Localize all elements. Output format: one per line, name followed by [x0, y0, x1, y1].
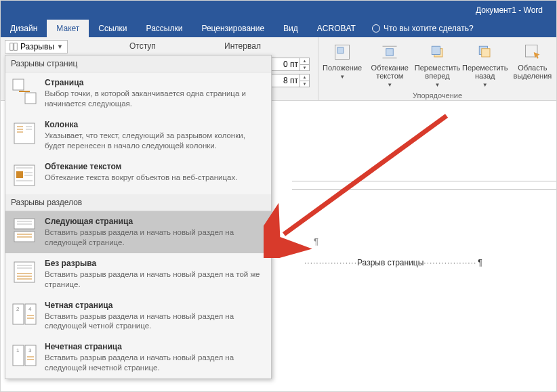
tab-acrobat[interactable]: ACROBAT: [308, 20, 365, 37]
spinner-arrows[interactable]: ▲▼: [300, 74, 309, 87]
continuous-section-icon: [11, 259, 38, 286]
svg-rect-1: [14, 43, 18, 51]
breaks-icon: [9, 43, 18, 51]
selection-pane-button[interactable]: Область выделения: [509, 41, 556, 81]
tell-me-search[interactable]: Что вы хотите сделать?: [365, 20, 480, 37]
ribbon-tabs: Дизайн Макет Ссылки Рассылки Рецензирова…: [1, 20, 556, 37]
odd-page-section-icon: 13: [11, 342, 38, 369]
tab-mailings[interactable]: Рассылки: [137, 20, 192, 37]
svg-rect-8: [432, 46, 440, 54]
breaks-button[interactable]: Разрывы ▼: [5, 40, 68, 53]
bring-forward-button[interactable]: Переместить вперед ▼: [413, 41, 461, 89]
svg-rect-0: [10, 43, 14, 51]
svg-text:1: 1: [16, 347, 20, 353]
chevron-down-icon: ▼: [482, 82, 488, 88]
break-odd-page-item[interactable]: 13 Нечетная страница Вставить разрыв раз…: [5, 336, 271, 378]
tab-review[interactable]: Рецензирование: [192, 20, 274, 37]
paragraph-mark: ¶: [314, 236, 318, 246]
dots-left: ··················: [304, 258, 357, 267]
wrap-text-button[interactable]: Обтекание текстом ▼: [366, 41, 413, 89]
item-desc: Выбор точки, в которой заканчивается одн…: [45, 89, 266, 109]
indent-group-label: Отступ: [129, 41, 156, 51]
item-title: Страница: [45, 78, 266, 87]
chevron-down-icon: ▼: [387, 82, 392, 88]
break-continuous-item[interactable]: Без разрыва Вставить разрыв раздела и на…: [5, 253, 271, 295]
spacing-after-spinner[interactable]: 8 пт ▲▼: [270, 74, 310, 87]
tab-view[interactable]: Вид: [274, 20, 308, 37]
item-title: Следующая страница: [45, 217, 266, 226]
chevron-down-icon: ▼: [339, 74, 345, 80]
chevron-down-icon: ▼: [435, 82, 440, 88]
arrange-group-label: Упорядочение: [318, 91, 556, 100]
page: [292, 189, 556, 391]
paragraph-mark: ¶: [478, 258, 482, 267]
breaks-button-label: Разрывы: [20, 42, 54, 51]
item-desc: Вставить разрыв раздела и начать новый р…: [45, 311, 266, 332]
dots-right: ··················: [424, 258, 476, 267]
bring-forward-label: Переместить вперед: [413, 64, 461, 80]
breaks-dropdown: Разрывы страниц Страница Выбор точки, в …: [5, 55, 272, 379]
selection-pane-icon: [523, 43, 542, 62]
item-desc: Вставить разрыв раздела и начать новый р…: [45, 227, 266, 248]
document-area[interactable]: ¶ ·················· Разрыв страницы ···…: [272, 101, 556, 391]
spacing-before-spinner[interactable]: 0 пт ▲▼: [270, 58, 310, 71]
position-icon: [333, 43, 352, 62]
tell-me-placeholder: Что вы хотите сделать?: [384, 24, 474, 33]
position-button[interactable]: Положение ▼: [318, 41, 366, 81]
svg-rect-3: [337, 47, 344, 53]
position-label: Положение: [323, 64, 362, 72]
page-break-icon: [11, 78, 38, 105]
window-title: Документ1 - Word: [476, 5, 543, 15]
spacing-before-value: 0 пт: [271, 60, 300, 69]
break-even-page-item[interactable]: 24 Четная страница Вставить разрыв разде…: [5, 295, 271, 337]
item-desc: Обтекание текста вокруг объектов на веб-…: [45, 173, 266, 183]
svg-rect-4: [386, 49, 394, 56]
item-desc: Вставить разрыв раздела и начать новый р…: [45, 353, 266, 373]
wrap-text-label: Обтекание текстом: [366, 64, 413, 80]
page-breaks-header: Разрывы страниц: [5, 56, 271, 72]
next-page-section-icon: [11, 217, 38, 244]
tab-layout[interactable]: Макет: [47, 20, 89, 37]
chevron-down-icon: ▼: [57, 43, 63, 50]
svg-rect-21: [16, 171, 23, 178]
item-desc: Вставить разрыв раздела и начать новый р…: [45, 269, 266, 290]
page-break-indicator: ·················· Разрыв страницы ·····…: [304, 258, 482, 267]
break-column-item[interactable]: Колонка Указывает, что текст, следующий …: [5, 114, 271, 156]
send-backward-icon: [476, 43, 495, 62]
send-backward-button[interactable]: Переместить назад ▼: [461, 41, 509, 89]
spacing-after-value: 8 пт: [271, 76, 300, 85]
svg-text:3: 3: [28, 347, 32, 353]
lightbulb-icon: [372, 24, 380, 32]
bring-forward-icon: [428, 43, 447, 62]
svg-rect-10: [481, 49, 489, 57]
column-break-icon: [11, 120, 38, 147]
interval-group-label: Интервал: [224, 41, 261, 51]
item-title: Без разрыва: [45, 259, 266, 268]
svg-rect-12: [13, 79, 24, 90]
break-textwrap-item[interactable]: Обтекание текстом Обтекание текста вокру…: [5, 156, 271, 194]
textwrap-break-icon: [11, 162, 38, 189]
item-title: Колонка: [45, 120, 266, 129]
item-desc: Указывает, что текст, следующий за разры…: [45, 131, 266, 151]
titlebar: Документ1 - Word: [1, 1, 556, 20]
selection-pane-label: Область выделения: [509, 64, 556, 80]
arrange-group: Положение ▼ Обтекание текстом ▼ Перемест…: [318, 37, 556, 101]
tab-references[interactable]: Ссылки: [89, 20, 136, 37]
even-page-section-icon: 24: [11, 301, 38, 328]
item-title: Обтекание текстом: [45, 162, 266, 171]
spinner-arrows[interactable]: ▲▼: [300, 58, 309, 70]
wrap-text-icon: [380, 43, 399, 62]
page-break-text: Разрыв страницы: [357, 258, 424, 267]
page-separator: [292, 181, 556, 181]
svg-text:4: 4: [28, 306, 32, 312]
send-backward-label: Переместить назад: [461, 64, 509, 80]
tab-design[interactable]: Дизайн: [1, 20, 47, 37]
section-breaks-header: Разрывы разделов: [5, 194, 271, 211]
break-page-item[interactable]: Страница Выбор точки, в которой заканчив…: [5, 72, 271, 114]
svg-text:2: 2: [16, 306, 20, 312]
item-title: Четная страница: [45, 301, 266, 310]
item-title: Нечетная страница: [45, 342, 266, 351]
svg-rect-13: [25, 93, 36, 104]
break-next-page-item[interactable]: Следующая страница Вставить разрыв разде…: [5, 211, 271, 253]
